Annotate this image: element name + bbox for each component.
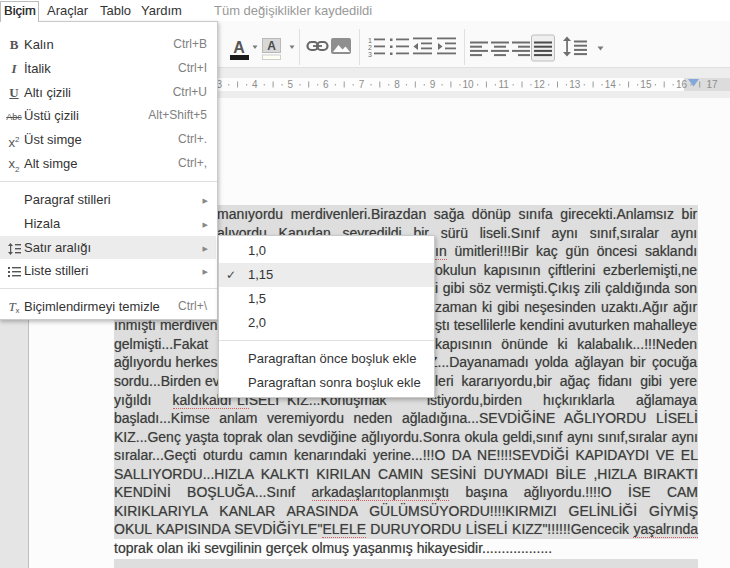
- svg-text:5: 5: [288, 79, 294, 90]
- svg-text:11: 11: [499, 79, 510, 90]
- svg-text:A: A: [233, 39, 245, 56]
- svg-text:7: 7: [359, 79, 365, 90]
- svg-text:6: 6: [323, 79, 329, 90]
- svg-text:9: 9: [430, 79, 436, 90]
- svg-text:8: 8: [394, 79, 400, 90]
- svg-text:13: 13: [569, 79, 581, 90]
- svg-text:1: 1: [368, 37, 372, 44]
- svg-text:3: 3: [368, 51, 372, 58]
- svg-text:15: 15: [640, 79, 652, 90]
- svg-text:14: 14: [605, 79, 617, 90]
- svg-text:2: 2: [368, 44, 372, 51]
- svg-text:12: 12: [534, 79, 546, 90]
- svg-text:4: 4: [252, 79, 258, 90]
- svg-text:10: 10: [463, 79, 475, 90]
- svg-text:16: 16: [676, 79, 688, 90]
- svg-text:A: A: [267, 39, 276, 53]
